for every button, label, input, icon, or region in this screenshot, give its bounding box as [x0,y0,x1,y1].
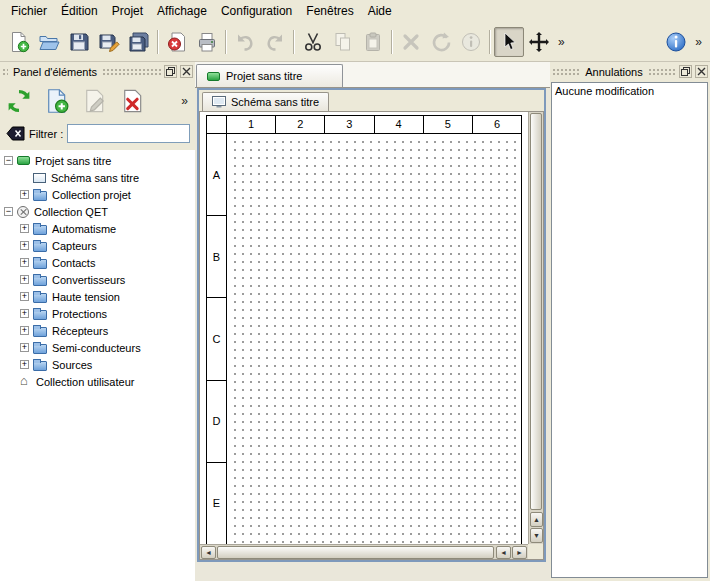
diagram-dot-grid[interactable] [228,135,521,544]
tree-item[interactable]: Haute tension [0,288,195,305]
tree-item[interactable]: Capteurs [0,237,195,254]
tree-item-icon [33,225,47,235]
tree-expander-icon[interactable] [20,258,29,267]
project-icon [207,72,220,81]
tree-expander-icon[interactable] [20,224,29,233]
print-button[interactable] [192,27,222,57]
tree-expander-icon[interactable] [20,190,29,199]
close-panel-button[interactable] [180,65,193,78]
scroll-down-button[interactable]: ▼ [530,528,543,543]
float-panel-button[interactable] [679,65,692,78]
float-icon [681,67,690,76]
cut-button[interactable] [298,27,328,57]
tree-expander-icon[interactable] [20,309,29,318]
filter-input[interactable] [67,124,190,143]
schema-tab[interactable]: Schéma sans titre [202,92,329,111]
edit-element-button[interactable] [79,85,111,117]
menu-item[interactable]: Aide [361,2,399,20]
tree-item[interactable]: Convertisseurs [0,271,195,288]
tree-item-label: Protections [52,308,107,320]
tree-item[interactable]: Contacts [0,254,195,271]
menu-item[interactable]: Fichier [4,2,54,20]
tree-item-label: Récepteurs [52,325,108,337]
pointer-icon [498,31,520,53]
about-button[interactable] [661,27,691,57]
vertical-scrollbar-thumb[interactable] [530,113,542,510]
paste-button[interactable] [358,27,388,57]
tree-item-icon [33,242,47,252]
tree-item-icon [33,191,47,201]
tree-expander-icon[interactable] [20,241,29,250]
edit-element-icon [82,88,108,114]
save-button[interactable] [64,27,94,57]
tree-item[interactable]: Automatisme [0,220,195,237]
save-all-button[interactable] [124,27,154,57]
menu-item[interactable]: Configuration [214,2,299,20]
elements-panel-dock: Panel d'éléments » Filtrer : [0,62,195,581]
tree-item[interactable]: Semi-conducteurs [0,339,195,356]
select-mode-button[interactable] [494,27,524,57]
information-button[interactable] [456,27,486,57]
undo-button[interactable] [230,27,260,57]
scroll-right-button[interactable]: ► [512,546,527,559]
tree-item[interactable]: Schéma sans titre [0,169,195,186]
tree-item[interactable]: Collection projet [0,186,195,203]
close-project-button[interactable] [162,27,192,57]
main-toolbar: » » [0,22,710,62]
toolbar-separator [489,30,491,54]
tree-item[interactable]: Collection QET [0,203,195,220]
tree-expander-icon[interactable] [20,292,29,301]
open-project-button[interactable] [34,27,64,57]
diagram-column-label: 6 [473,116,521,133]
reload-collections-button[interactable] [3,85,35,117]
delete-element-button[interactable] [117,85,149,117]
tree-expander-icon[interactable] [4,207,13,216]
open-project-icon [38,31,60,53]
menu-item[interactable]: Fenêtres [299,2,360,20]
menu-item[interactable]: Projet [105,2,150,20]
delete-button[interactable] [396,27,426,57]
tree-item[interactable]: Collection utilisateur [0,373,195,390]
tree-item[interactable]: Protections [0,305,195,322]
diagram-row-label: B [207,216,226,298]
new-document-icon [8,31,30,53]
tree-item-icon [33,276,47,286]
project-tab[interactable]: Projet sans titre [196,64,343,87]
diagram-canvas[interactable]: 1 2 3 4 5 [200,112,528,544]
clear-filter-button[interactable] [5,126,25,142]
move-mode-button[interactable] [524,27,554,57]
tree-expander-icon[interactable] [20,360,29,369]
undo-dock-header[interactable]: Annulations [552,64,708,79]
scroll-left-button[interactable]: ◄ [201,546,216,559]
menu-item[interactable]: Édition [54,2,105,20]
undo-history-list: Aucune modification [551,82,708,578]
horizontal-scrollbar-thumb[interactable] [217,546,494,559]
rotate-button[interactable] [426,27,456,57]
help-overflow-button[interactable]: » [691,35,706,49]
tree-expander-icon[interactable] [4,156,13,165]
qelectrotech-window: Fichier Édition Projet Affichage Configu… [0,0,710,581]
save-as-button[interactable] [94,27,124,57]
toolbar-overflow-button[interactable]: » [554,35,569,49]
vertical-scrollbar[interactable]: ▲ ▼ [528,112,543,544]
tree-item-label: Convertisseurs [52,274,125,286]
horizontal-scrollbar[interactable]: ◄ ◄ ► [200,544,528,559]
scroll-left-button-2[interactable]: ◄ [496,546,511,559]
menu-item[interactable]: Affichage [150,2,214,20]
new-document-button[interactable] [4,27,34,57]
tree-expander-icon[interactable] [20,343,29,352]
new-element-button[interactable] [41,85,73,117]
scrollbar-corner [528,544,543,559]
elements-panel-header[interactable]: Panel d'éléments [2,64,193,79]
redo-button[interactable] [260,27,290,57]
tree-item[interactable]: Récepteurs [0,322,195,339]
close-panel-button[interactable] [695,65,708,78]
panel-toolbar-overflow-button[interactable]: » [177,94,192,108]
float-panel-button[interactable] [164,65,177,78]
tree-item[interactable]: Projet sans titre [0,152,195,169]
copy-button[interactable] [328,27,358,57]
tree-expander-icon[interactable] [20,326,29,335]
tree-expander-icon[interactable] [20,275,29,284]
tree-item[interactable]: Sources [0,356,195,373]
scroll-up-button[interactable]: ▲ [530,512,543,527]
